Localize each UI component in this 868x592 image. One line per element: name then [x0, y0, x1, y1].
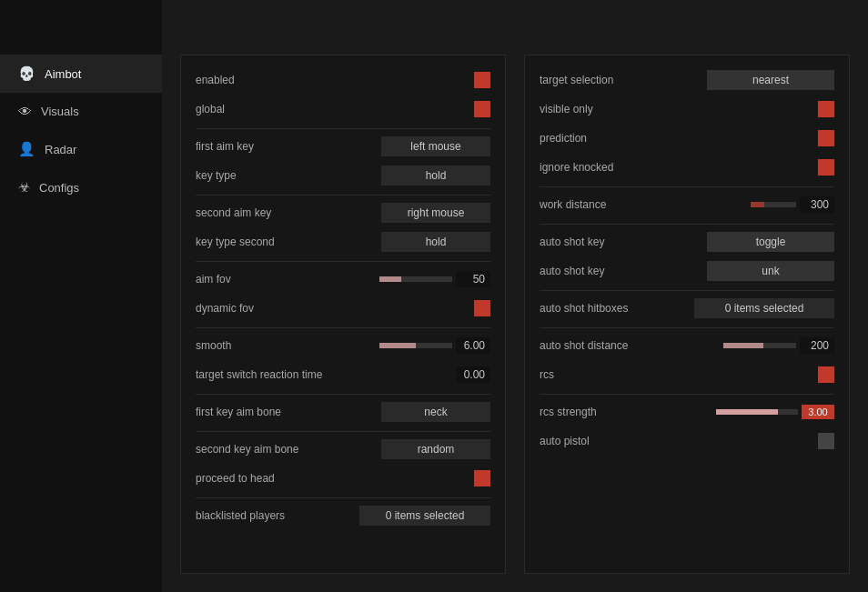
key-type-second-btn[interactable]: hold [381, 232, 490, 252]
second-aim-key-btn[interactable]: right mouse [381, 203, 490, 223]
second-aim-key-row: second aim key right mouse [196, 203, 490, 223]
sidebar-item-configs[interactable]: ☣ Configs [0, 168, 162, 206]
blacklisted-players-row: blacklisted players 0 items selected [196, 506, 490, 526]
smooth-value: 6.00 [456, 337, 490, 354]
dynamic-fov-row: dynamic fov [196, 298, 490, 318]
left-panel: enabled global first aim key left mouse … [180, 55, 506, 574]
smooth-label: smooth [196, 339, 359, 352]
work-distance-label: work distance [540, 198, 694, 211]
proceed-to-head-label: proceed to head [196, 472, 359, 485]
key-type-control: hold [359, 166, 490, 186]
prediction-toggle[interactable] [818, 130, 834, 146]
key-type-row: key type hold [196, 166, 490, 186]
blacklisted-players-value[interactable]: 0 items selected [359, 506, 490, 526]
second-key-aim-bone-row: second key aim bone random [196, 439, 490, 459]
enabled-label: enabled [196, 74, 359, 86]
rcs-label: rcs [540, 368, 694, 381]
global-row: global [196, 99, 490, 119]
rcs-control [694, 366, 834, 383]
global-label: global [196, 103, 359, 115]
first-aim-key-label: first aim key [196, 140, 359, 153]
auto-shot-key2-label: auto shot key [540, 265, 694, 277]
auto-shot-key2-row: auto shot key unk [540, 261, 834, 281]
auto-shot-key-row: auto shot key toggle [540, 232, 834, 252]
key-type-label: key type [196, 169, 359, 182]
target-selection-control: nearest [694, 70, 834, 90]
smooth-track[interactable] [379, 343, 452, 348]
rcs-strength-row: rcs strength 3.00 [540, 402, 834, 422]
sidebar-item-visuals[interactable]: 👁 Visuals [0, 93, 162, 130]
dynamic-fov-label: dynamic fov [196, 302, 359, 315]
proceed-to-head-row: proceed to head [196, 468, 490, 488]
sidebar-item-aimbot-label: Aimbot [45, 67, 81, 81]
sidebar-item-radar-label: Radar [45, 143, 76, 156]
auto-shot-distance-value: 200 [800, 337, 834, 354]
auto-shot-key2-control: unk [694, 261, 834, 281]
rcs-strength-fill [716, 409, 778, 415]
sidebar: 💀 Aimbot 👁 Visuals 👤 Radar ☣ Configs [0, 0, 162, 592]
target-selection-btn[interactable]: nearest [707, 70, 834, 90]
auto-pistol-control [694, 433, 834, 449]
aim-fov-value: 50 [456, 271, 490, 287]
key-type-second-control: hold [359, 232, 490, 252]
sidebar-item-configs-label: Configs [39, 181, 79, 195]
dynamic-fov-control [359, 300, 490, 316]
rcs-strength-label: rcs strength [540, 406, 694, 418]
sidebar-item-radar[interactable]: 👤 Radar [0, 130, 162, 168]
smooth-control: 6.00 [359, 337, 490, 354]
second-key-aim-bone-label: second key aim bone [196, 443, 359, 456]
second-aim-key-label: second aim key [196, 206, 359, 219]
auto-shot-distance-fill [723, 343, 763, 348]
auto-shot-key-btn[interactable]: toggle [707, 232, 834, 252]
global-toggle[interactable] [474, 101, 490, 117]
key-type-second-row: key type second hold [196, 232, 490, 252]
auto-shot-hitboxes-control: 0 items selected [694, 298, 834, 318]
enabled-control [359, 72, 490, 88]
right-panel: target selection nearest visible only pr… [524, 55, 850, 574]
target-selection-row: target selection nearest [540, 70, 834, 90]
target-switch-value: 0.00 [456, 366, 490, 383]
auto-shot-distance-track[interactable] [723, 343, 796, 348]
first-key-aim-bone-row: first key aim bone neck [196, 402, 490, 422]
auto-shot-distance-control: 200 [694, 337, 834, 354]
prediction-row: prediction [540, 128, 834, 148]
rcs-row: rcs [540, 365, 834, 385]
aim-fov-row: aim fov 50 [196, 269, 490, 289]
proceed-to-head-toggle[interactable] [474, 470, 490, 487]
key-type-btn[interactable]: hold [381, 166, 490, 186]
prediction-label: prediction [540, 132, 694, 145]
work-distance-track[interactable] [751, 202, 796, 207]
ignore-knocked-toggle[interactable] [818, 159, 834, 176]
first-key-aim-bone-btn[interactable]: neck [381, 402, 490, 422]
work-distance-control: 300 [694, 196, 834, 213]
ignore-knocked-control [694, 159, 834, 176]
auto-shot-hitboxes-row: auto shot hitboxes 0 items selected [540, 298, 834, 318]
auto-shot-key-label: auto shot key [540, 236, 694, 248]
rcs-strength-track[interactable] [716, 409, 798, 415]
key-type-second-label: key type second [196, 236, 359, 248]
ignore-knocked-row: ignore knocked [540, 157, 834, 177]
auto-shot-hitboxes-value[interactable]: 0 items selected [694, 298, 834, 318]
target-switch-row: target switch reaction time 0.00 [196, 365, 490, 385]
visuals-icon: 👁 [18, 104, 32, 119]
aim-fov-label: aim fov [196, 273, 359, 286]
sidebar-item-aimbot[interactable]: 💀 Aimbot [0, 55, 162, 93]
enabled-toggle[interactable] [474, 72, 490, 88]
second-key-aim-bone-btn[interactable]: random [381, 439, 490, 459]
auto-shot-distance-row: auto shot distance 200 [540, 336, 834, 356]
rcs-strength-control: 3.00 [694, 405, 834, 419]
visible-only-toggle[interactable] [818, 101, 834, 117]
first-aim-key-control: left mouse [359, 136, 490, 156]
rcs-strength-value: 3.00 [802, 405, 834, 419]
first-key-aim-bone-label: first key aim bone [196, 406, 359, 418]
enabled-row: enabled [196, 70, 490, 90]
target-switch-label: target switch reaction time [196, 368, 359, 381]
rcs-toggle[interactable] [818, 366, 834, 383]
auto-shot-key2-btn[interactable]: unk [707, 261, 834, 281]
main-content: enabled global first aim key left mouse … [162, 0, 868, 592]
first-aim-key-btn[interactable]: left mouse [381, 136, 490, 156]
dynamic-fov-toggle[interactable] [474, 300, 490, 316]
aim-fov-track[interactable] [379, 276, 452, 282]
auto-pistol-toggle[interactable] [818, 433, 834, 449]
aim-fov-control: 50 [359, 271, 490, 287]
